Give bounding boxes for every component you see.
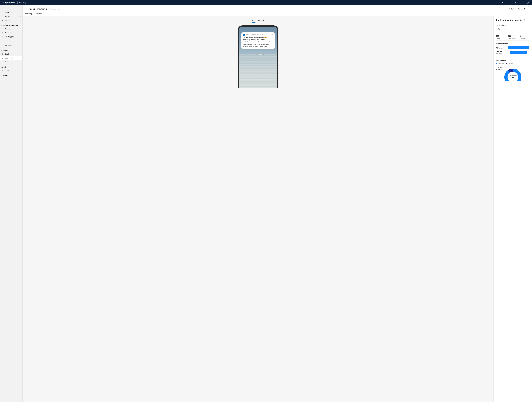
sidebar-item-home[interactable]: Home <box>0 10 22 14</box>
chevron-down-icon <box>20 19 21 21</box>
sidebar-item-label: Home <box>5 12 9 13</box>
add-icon[interactable] <box>509 0 514 5</box>
lightbulb-icon[interactable] <box>505 0 509 5</box>
notification-body: Hi David, on't miss the chance to get th… <box>243 41 273 47</box>
pin-icon <box>1 19 4 21</box>
svg-rect-4 <box>3 3 3 3</box>
sidebar-item-label: Analytics <box>5 32 11 34</box>
sidebar-item-label: Journeys <box>5 28 11 30</box>
help-icon[interactable] <box>522 0 526 5</box>
sidebar-item-event-triggers[interactable]: Event triggers <box>0 35 22 39</box>
sidebar-item-label: Recent <box>5 16 10 17</box>
funnel-title: Delivery funnel <box>496 43 529 45</box>
svg-point-19 <box>528 9 528 9</box>
sidebar-item-journeys[interactable]: Journeys <box>0 27 22 31</box>
info-icon[interactable] <box>524 19 526 21</box>
chevron-down-icon <box>527 28 528 30</box>
sidebar-item-label: Segments <box>5 44 12 46</box>
sidebar-item-analytics[interactable]: Analytics <box>0 31 22 35</box>
undelivered-title: Undelivered <box>496 60 529 62</box>
home-icon <box>1 12 4 13</box>
app-icon <box>243 34 245 36</box>
tab-android[interactable]: Android <box>258 18 264 23</box>
funnel-bar-opened <box>510 51 527 54</box>
sidebar-section-settings: Settings <box>0 72 22 77</box>
funnel-opened-name: Opened <box>496 51 508 52</box>
brand-name[interactable]: Dynamics 365 <box>5 2 17 4</box>
segments-icon <box>1 44 4 46</box>
tab-analytics[interactable]: Analytics <box>35 12 42 16</box>
svg-rect-5 <box>3 3 4 3</box>
sidebar-item-mobile-push[interactable]: Mobile push <box>0 56 22 60</box>
back-button[interactable] <box>25 8 27 10</box>
search-icon[interactable] <box>497 0 501 5</box>
svg-rect-2 <box>3 2 4 2</box>
funnel-opened-value: 60 (19%) <box>496 52 508 54</box>
tab-ios[interactable]: iOS <box>252 18 255 23</box>
svg-rect-8 <box>3 3 4 3</box>
sidebar-section-assets: Assets <box>0 64 22 69</box>
hamburger-icon[interactable] <box>0 6 22 10</box>
status-text: Ready to send <box>51 8 60 10</box>
funnel-sent-value: 300 (100%) <box>496 48 508 50</box>
sidebar-item-label: Emails <box>5 53 9 55</box>
phone-preview: UNIVERSITY OF SOUTH FLORIDA now Get free… <box>238 25 279 88</box>
sidebar-item-label: Text messages <box>5 61 15 63</box>
sidebar-item-emails[interactable]: Emails <box>0 52 22 56</box>
sidebar-item-library[interactable]: Library <box>0 69 22 72</box>
select-value: All journeys <box>497 28 505 30</box>
donut-center: Undelivered 100 <box>509 75 517 78</box>
sidebar-item-segments[interactable]: Segments <box>0 43 22 47</box>
edit-label: Edit <box>511 8 513 10</box>
svg-point-9 <box>498 2 499 3</box>
metric-processing: 200 Processing <box>506 35 518 39</box>
sidebar-item-label: Library <box>5 70 9 71</box>
tab-summary[interactable]: Summary <box>25 12 32 16</box>
notification-title-line2: by moving to Office 365 account <box>243 39 273 41</box>
more-button[interactable] <box>527 8 529 10</box>
target-icon[interactable] <box>501 0 505 5</box>
svg-rect-6 <box>2 3 2 3</box>
svg-rect-0 <box>2 2 2 2</box>
sidebar-item-pinned[interactable]: Pinned <box>0 18 22 22</box>
svg-point-11 <box>520 2 520 3</box>
preview-pane: iOS Android UNIVERSITY OF SOUTH FLORIDA … <box>23 16 494 402</box>
page-title: Push notification 1 <box>29 8 47 10</box>
filter-icon[interactable] <box>514 0 518 5</box>
mobile-icon <box>1 57 4 59</box>
page-header: Push notification 1 Ready to send Edit T… <box>23 5 532 16</box>
undelivered-legend: Bounced Unsent <box>496 63 529 64</box>
status-dot-icon <box>49 8 50 9</box>
svg-rect-16 <box>2 61 3 62</box>
test-send-button[interactable]: Test send <box>516 8 525 10</box>
sidebar-section-channels: Channels <box>0 47 22 52</box>
sidebar-section-audience: Audience <box>0 39 22 43</box>
app-launcher-icon[interactable] <box>1 2 5 4</box>
notification-time: now <box>271 34 273 36</box>
svg-rect-1 <box>3 2 3 2</box>
svg-rect-7 <box>3 3 3 3</box>
sidebar-item-label: Event triggers <box>5 36 14 38</box>
metric-processed: 300 Processed <box>518 35 529 39</box>
gear-icon[interactable] <box>518 0 522 5</box>
legend-bounced: Bounced <box>496 63 504 64</box>
journey-select[interactable]: All journeys <box>496 27 529 31</box>
metrics-row: 500 Inflow 200 Processing 300 Processed <box>496 34 529 41</box>
sidebar-item-recent[interactable]: Recent <box>0 14 22 18</box>
analytics-title: Push notification analytics <box>496 19 529 21</box>
sidebar-item-text-messages[interactable]: Text messages <box>0 60 22 64</box>
journey-icon <box>1 28 4 30</box>
edit-button[interactable]: Edit <box>508 8 513 10</box>
show-data-label: Show data for <box>496 24 529 26</box>
legend-unsent: Unsent <box>506 63 513 64</box>
main: Push notification 1 Ready to send Edit T… <box>23 5 532 402</box>
delivery-funnel-chart: Sent 300 (100%) Opened 60 (19%) <box>496 46 529 57</box>
user-avatar[interactable]: MT <box>527 1 530 4</box>
status-badge: Ready to send <box>49 8 60 10</box>
global-header: Dynamics 365 Marketing MT <box>0 0 532 5</box>
sidebar-section-customer-engagement: Customer engagement <box>0 22 22 27</box>
collapse-hint[interactable]: Click to collapse <box>239 53 277 55</box>
module-name[interactable]: Marketing <box>18 2 28 4</box>
notification-card[interactable]: UNIVERSITY OF SOUTH FLORIDA now Get free… <box>241 32 275 49</box>
analytics-icon <box>1 32 4 34</box>
